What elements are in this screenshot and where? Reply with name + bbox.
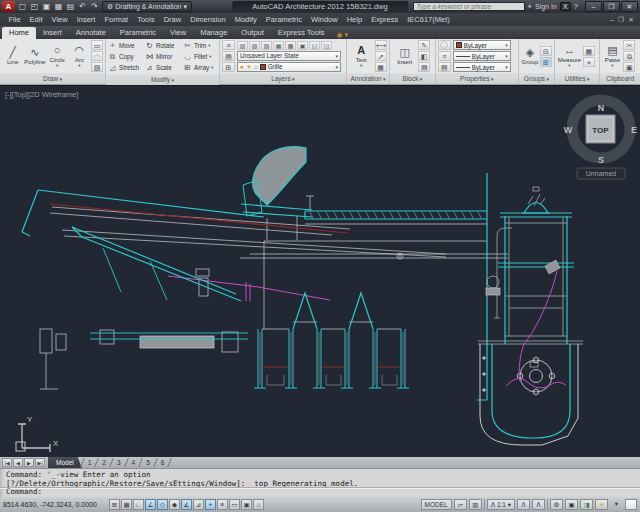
modify-panel-label[interactable]: Modify	[106, 74, 219, 85]
menu-tools[interactable]: Tools	[133, 13, 160, 26]
insert-button[interactable]: ◫ Insert	[392, 46, 417, 66]
first-tab-icon[interactable]: |◀	[2, 458, 12, 467]
undo-icon[interactable]: ↶	[77, 1, 88, 12]
toolbar-lock-icon[interactable]: ▣	[565, 499, 578, 510]
stretch-button[interactable]: ◿Stretch	[108, 63, 145, 72]
plot-icon[interactable]: ▤	[65, 1, 76, 12]
dimension-icon[interactable]: ⟷	[375, 40, 387, 50]
layer-tool-icon[interactable]: ▩	[285, 41, 296, 50]
dyn-toggle[interactable]: +	[205, 499, 216, 510]
hatch-icon[interactable]: ▨	[91, 62, 103, 72]
rectangle-icon[interactable]: ▭	[91, 40, 103, 50]
array-button[interactable]: ⊞Array▾	[183, 63, 220, 72]
signin-button[interactable]: Sign In	[535, 3, 557, 10]
menu-draw[interactable]: Draw	[159, 13, 186, 26]
layer-state-dropdown[interactable]: Unsaved Layer State ▾	[237, 51, 341, 61]
menu-express[interactable]: Express	[367, 13, 403, 26]
clean-screen-button[interactable]	[625, 499, 637, 510]
quick-view-layouts-icon[interactable]: ▱	[454, 499, 467, 510]
table-icon[interactable]: ▦	[375, 62, 387, 72]
end-section-view[interactable]	[478, 187, 583, 445]
lwt-toggle[interactable]: ≡	[217, 499, 228, 510]
list-icon[interactable]: ▤	[438, 62, 451, 72]
next-tab-icon[interactable]: ▶	[24, 458, 34, 467]
viewcube-east[interactable]: E	[631, 125, 637, 135]
layer-match-icon[interactable]: ▤	[222, 51, 235, 61]
tab-manage[interactable]: Manage	[193, 27, 234, 39]
prev-tab-icon[interactable]: ◀	[13, 458, 23, 467]
last-tab-icon[interactable]: ▶|	[35, 458, 45, 467]
redo-icon[interactable]: ↷	[89, 1, 100, 12]
polar-toggle[interactable]: ∠	[145, 499, 156, 510]
layer-properties-icon[interactable]: ≡	[222, 40, 235, 50]
ellipse-icon[interactable]: ◠	[91, 51, 103, 61]
layer-lock-icon[interactable]: ⌂	[254, 63, 258, 70]
scale-button[interactable]: ⊿Scale	[145, 63, 183, 72]
copy-button[interactable]: ⧉Copy	[108, 52, 145, 62]
block-panel-label[interactable]: Block	[390, 73, 435, 84]
transparency-toggle[interactable]: ▭	[229, 499, 240, 510]
model-tab[interactable]: Model	[48, 457, 82, 468]
tab-express-tools[interactable]: Express Tools	[271, 27, 332, 39]
layout-tab-3[interactable]: 3	[112, 459, 126, 466]
grid-toggle[interactable]: ▦	[121, 499, 132, 510]
layer-tool-icon[interactable]: ▦	[273, 41, 284, 50]
close-button[interactable]: ✕	[621, 1, 638, 12]
quickcalc-icon[interactable]: ▦	[583, 46, 595, 56]
doc-close-icon[interactable]: ✕	[628, 16, 634, 24]
coordinates-readout[interactable]: 8514.4630, -742.3243, 0.0000	[3, 501, 107, 508]
side-elevation-view[interactable]	[22, 147, 508, 400]
create-block-icon[interactable]: ✎	[418, 40, 430, 50]
command-window[interactable]: Command: '_-view Enter an option [?/Dele…	[0, 468, 640, 497]
layer-dropdown[interactable]: ● ☀ ⌂ Grille ▾	[237, 62, 341, 72]
save-as-icon[interactable]: ▦	[53, 1, 64, 12]
open-icon[interactable]: ◰	[29, 1, 40, 12]
layer-tool-icon[interactable]: ◲	[321, 41, 332, 50]
viewcube-north[interactable]: N	[598, 103, 605, 113]
clipboard-panel-label[interactable]: Clipboard	[600, 73, 640, 84]
draw-panel-label[interactable]: Draw	[0, 73, 105, 84]
id-point-icon[interactable]: ⌖	[583, 57, 595, 67]
group-button[interactable]: ◈ Group	[521, 46, 539, 66]
menu-view[interactable]: View	[47, 13, 72, 26]
layer-tool-icon[interactable]: ▨	[249, 41, 260, 50]
color-wheel-icon[interactable]	[438, 40, 451, 50]
viewport-controls[interactable]: [-][Top][2D Wireframe]	[5, 90, 78, 99]
menu-edit[interactable]: Edit	[25, 13, 47, 26]
exchange-icon[interactable]: X	[560, 2, 571, 11]
measure-button[interactable]: ↔ Measure ▾	[557, 44, 582, 68]
tab-parametric[interactable]: Parametric	[113, 27, 163, 39]
menu-insert[interactable]: Insert	[72, 13, 100, 26]
leader-icon[interactable]: ↗	[375, 51, 387, 61]
layer-isolate-icon[interactable]: ⊞	[222, 62, 235, 72]
ducs-toggle[interactable]: ⊿	[193, 499, 204, 510]
otrack-toggle[interactable]: ∡	[181, 499, 192, 510]
menu-help[interactable]: Help	[342, 13, 366, 26]
cut-icon[interactable]: ✂	[623, 40, 635, 50]
menu-window[interactable]: Window	[307, 13, 343, 26]
app-menu-button[interactable]: A	[2, 1, 15, 12]
osnap-toggle[interactable]: ◇	[157, 499, 168, 510]
command-prompt[interactable]: Command:	[6, 488, 42, 496]
model-space-button[interactable]: MODEL	[421, 499, 452, 510]
save-icon[interactable]: ▣	[41, 1, 52, 12]
menu-file[interactable]: File	[4, 13, 25, 26]
menu-format[interactable]: Format	[100, 13, 133, 26]
paste-button[interactable]: ▤ Paste ▾	[602, 44, 622, 68]
mirror-button[interactable]: ⋈Mirror	[145, 52, 183, 61]
arc-button[interactable]: ◠ Arc ▾	[69, 44, 90, 68]
tab-output[interactable]: Output	[234, 27, 271, 39]
tab-insert[interactable]: Insert	[36, 27, 69, 39]
layer-tool-icon[interactable]: ▥	[237, 41, 248, 50]
command-window-grip[interactable]	[0, 469, 4, 497]
menu-iec617[interactable]: IEC617(Met)	[403, 13, 455, 26]
layer-on-icon[interactable]: ●	[240, 63, 244, 70]
quickprops-toggle[interactable]: ▣	[241, 499, 252, 510]
layer-tool-icon[interactable]: ◱	[309, 41, 320, 50]
doc-restore-icon[interactable]: ❐	[618, 16, 624, 24]
layer-tool-icon[interactable]: ▧	[261, 41, 272, 50]
restore-button[interactable]: ❐	[603, 1, 620, 12]
groups-panel-label[interactable]: Groups	[519, 73, 554, 84]
menu-parametric[interactable]: Parametric	[261, 13, 306, 26]
annotation-scale-button[interactable]: Λ 1:1 ▾	[487, 499, 515, 510]
